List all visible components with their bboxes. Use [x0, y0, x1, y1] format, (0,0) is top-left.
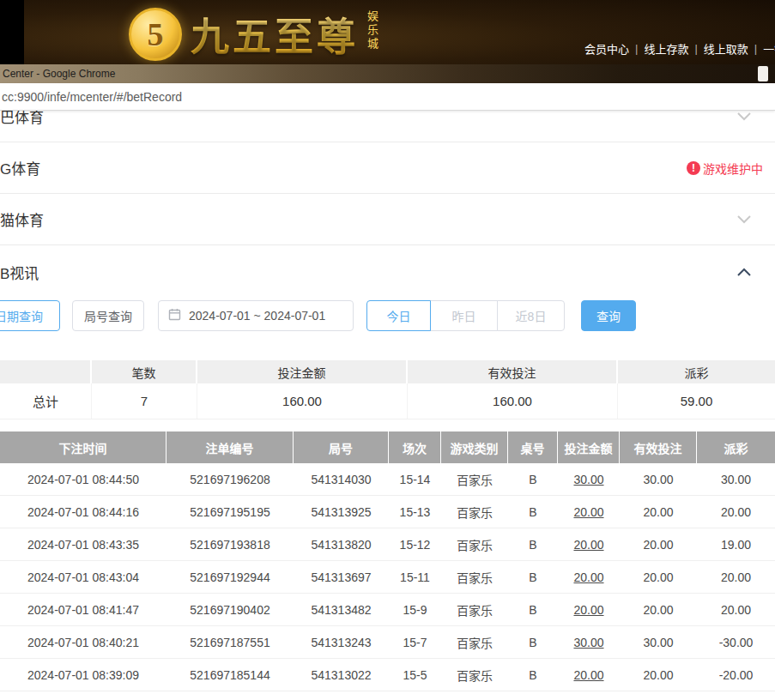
nav-withdraw[interactable]: 线上取款 [704, 40, 748, 57]
summary-header-row: 笔数 投注金额 有效投注 派彩 [0, 360, 775, 383]
cell-valid-bet: 20.00 [620, 528, 697, 560]
cell-valid-bet: 30.00 [620, 463, 697, 495]
date-range-picker[interactable]: 2024-07-01 ~ 2024-07-01 [158, 300, 354, 331]
cell-session: 15-12 [389, 528, 441, 560]
header-session: 场次 [389, 431, 441, 463]
cell-bet-time: 2024-07-01 08:43:04 [0, 561, 167, 593]
cell-round-number: 541313022 [294, 659, 389, 691]
cell-game-type: 百家乐 [441, 626, 508, 658]
summary-count-value: 7 [92, 383, 197, 419]
cell-order-number: 521697192944 [167, 561, 294, 593]
round-query-button[interactable]: 局号查询 [72, 300, 144, 331]
yesterday-button[interactable]: 昨日 [430, 300, 498, 331]
section-panda-sports[interactable]: 猫体育 [0, 194, 775, 245]
cell-bet-time: 2024-07-01 08:44:50 [0, 463, 167, 495]
cell-bet-time: 2024-07-01 08:44:16 [0, 496, 167, 528]
nav-deposit[interactable]: 线上存款 [644, 40, 688, 57]
exclamation-icon: ! [687, 161, 700, 175]
table-row: 2024-07-01 08:39:09 521697185144 5413130… [0, 659, 775, 691]
cell-order-number: 521697193818 [167, 528, 294, 560]
cell-table-number: B [508, 528, 558, 560]
quick-range-group: 今日 昨日 近8日 [366, 300, 565, 331]
site-logo: 5 九五至尊 娱乐城 [129, 6, 380, 62]
gold-coin-icon: 5 [129, 8, 182, 61]
chevron-down-icon [737, 112, 751, 121]
summary-header-blank [0, 360, 92, 383]
date-query-button[interactable]: 日期查询 [0, 300, 60, 331]
cell-order-number: 521697195195 [167, 496, 294, 528]
section-label: 猫体育 [0, 208, 44, 230]
filter-bar: 日期查询 局号查询 2024-07-01 ~ 2024-07-01 今日 昨日 … [0, 299, 775, 336]
header-valid-bet: 有效投注 [620, 431, 697, 463]
today-button[interactable]: 今日 [366, 300, 431, 331]
cell-table-number: B [508, 659, 558, 691]
cell-valid-bet: 20.00 [620, 561, 697, 593]
cell-table-number: B [508, 561, 558, 593]
table-row: 2024-07-01 08:43:04 521697192944 5413136… [0, 561, 775, 594]
top-nav: 会员中心 | 线上存款 | 线上取款 | 一键 [584, 40, 775, 57]
window-titlebar[interactable]: Center - Google Chrome [0, 64, 775, 83]
cell-valid-bet: 20.00 [620, 594, 697, 625]
summary-bet-amount-value: 160.00 [197, 383, 408, 419]
cell-round-number: 541313697 [294, 561, 389, 593]
cell-session: 15-13 [389, 496, 441, 528]
summary-table: 笔数 投注金额 有效投注 派彩 总计 7 160.00 160.00 59.00 [0, 360, 775, 419]
summary-header-valid-bet: 有效投注 [408, 360, 618, 383]
bet-amount-link[interactable]: 20.00 [558, 594, 620, 625]
cell-payout: 20.00 [697, 561, 775, 593]
section-label: B视讯 [0, 262, 39, 283]
summary-header-payout: 派彩 [618, 360, 775, 383]
cell-payout: 30.00 [697, 463, 775, 495]
cell-round-number: 541314030 [294, 463, 389, 495]
bet-amount-link[interactable]: 30.00 [558, 463, 620, 495]
summary-total-row: 总计 7 160.00 160.00 59.00 [0, 383, 775, 419]
header-payout: 派彩 [697, 431, 775, 463]
section-ag-sports[interactable]: G体育 ! 游戏维护中 [0, 142, 775, 194]
table-row: 2024-07-01 08:41:47 521697190402 5413134… [0, 594, 775, 626]
cell-bet-time: 2024-07-01 08:39:09 [0, 659, 167, 691]
bet-amount-link[interactable]: 20.00 [558, 528, 620, 560]
cell-game-type: 百家乐 [441, 561, 508, 593]
section-label: G体育 [0, 157, 40, 178]
bet-amount-link[interactable]: 30.00 [558, 626, 620, 658]
cell-session: 15-7 [389, 626, 441, 658]
table-row: 2024-07-01 08:43:35 521697193818 5413138… [0, 528, 775, 561]
cell-round-number: 541313925 [294, 496, 389, 528]
header-bet-amount: 投注金额 [558, 431, 620, 463]
maintenance-badge: ! 游戏维护中 [687, 160, 763, 177]
bet-amount-link[interactable]: 20.00 [558, 659, 620, 691]
nav-separator: | [635, 42, 638, 55]
cell-payout: -20.00 [697, 659, 775, 691]
header-order-number: 注单编号 [167, 431, 294, 463]
window-title: Center - Google Chrome [0, 68, 115, 80]
scrollbar-thumb[interactable] [758, 66, 768, 81]
cell-round-number: 541313820 [294, 528, 389, 560]
cell-session: 15-11 [389, 561, 441, 593]
summary-valid-bet-value: 160.00 [408, 383, 618, 419]
coin-digit: 5 [148, 15, 164, 53]
cell-valid-bet: 20.00 [620, 659, 697, 691]
nav-onekey[interactable]: 一键 [763, 40, 775, 57]
header-table-number: 桌号 [508, 431, 558, 463]
last-8-days-button[interactable]: 近8日 [497, 300, 565, 331]
header-game-type: 游戏类别 [441, 431, 508, 463]
cell-table-number: B [508, 626, 558, 658]
cell-round-number: 541313243 [294, 626, 389, 658]
search-button[interactable]: 查询 [581, 300, 636, 331]
header-round-number: 局号 [294, 431, 389, 463]
header-bet-time: 下注时间 [0, 431, 167, 463]
cell-order-number: 521697190402 [167, 594, 294, 625]
cell-game-type: 百家乐 [441, 463, 508, 495]
cell-session: 15-5 [389, 659, 441, 691]
bet-amount-link[interactable]: 20.00 [558, 561, 620, 593]
logo-subtitle: 娱乐城 [364, 10, 380, 58]
cell-game-type: 百家乐 [441, 594, 508, 625]
cell-table-number: B [508, 496, 558, 528]
section-bb-live[interactable]: B视讯 [0, 246, 775, 298]
address-bar[interactable]: cc:9900/infe/mcenter/#/betRecord [0, 83, 775, 111]
chevron-down-icon [737, 215, 751, 224]
chevron-up-icon [737, 268, 751, 276]
bet-amount-link[interactable]: 20.00 [558, 496, 620, 528]
nav-member-center[interactable]: 会员中心 [584, 40, 629, 57]
cell-payout: 20.00 [697, 594, 775, 625]
